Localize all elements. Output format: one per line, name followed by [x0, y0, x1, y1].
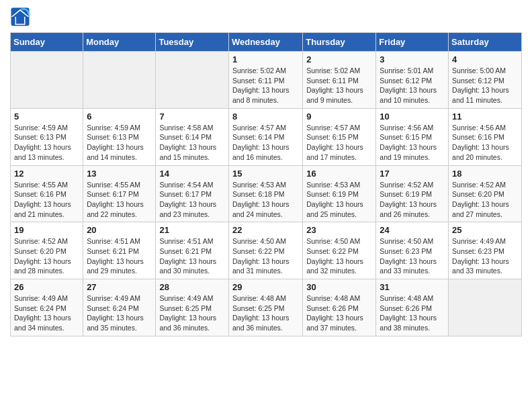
day-number: 18 — [452, 169, 518, 179]
day-number: 5 — [14, 111, 79, 122]
col-header-thursday: Thursday — [303, 33, 376, 52]
day-info: Sunrise: 4:50 AM Sunset: 6:23 PM Dayligh… — [380, 236, 445, 276]
day-cell — [83, 52, 156, 109]
day-cell: 4Sunrise: 5:00 AM Sunset: 6:12 PM Daylig… — [449, 52, 522, 109]
day-cell: 10Sunrise: 4:56 AM Sunset: 6:15 PM Dayli… — [376, 108, 449, 165]
page: SundayMondayTuesdayWednesdayThursdayFrid… — [0, 0, 532, 411]
day-info: Sunrise: 4:56 AM Sunset: 6:15 PM Dayligh… — [380, 123, 445, 163]
day-cell: 3Sunrise: 5:01 AM Sunset: 6:12 PM Daylig… — [376, 52, 449, 109]
week-row-3: 19Sunrise: 4:52 AM Sunset: 6:20 PM Dayli… — [11, 222, 522, 279]
day-info: Sunrise: 4:55 AM Sunset: 6:17 PM Dayligh… — [87, 180, 152, 220]
day-info: Sunrise: 4:50 AM Sunset: 6:22 PM Dayligh… — [306, 236, 372, 276]
day-cell: 12Sunrise: 4:55 AM Sunset: 6:16 PM Dayli… — [11, 165, 83, 222]
day-number: 7 — [159, 111, 225, 122]
day-info: Sunrise: 4:59 AM Sunset: 6:13 PM Dayligh… — [14, 123, 79, 163]
day-cell — [11, 52, 83, 109]
logo — [10, 7, 33, 27]
week-row-2: 12Sunrise: 4:55 AM Sunset: 6:16 PM Dayli… — [11, 165, 522, 222]
col-header-friday: Friday — [376, 33, 449, 52]
week-row-0: 1Sunrise: 5:02 AM Sunset: 6:11 PM Daylig… — [11, 52, 522, 109]
day-number: 15 — [232, 169, 299, 179]
col-header-sunday: Sunday — [11, 33, 83, 52]
day-number: 12 — [14, 169, 79, 179]
day-number: 2 — [306, 54, 372, 64]
day-info: Sunrise: 4:49 AM Sunset: 6:25 PM Dayligh… — [159, 293, 225, 333]
day-number: 9 — [306, 111, 372, 122]
day-cell: 26Sunrise: 4:49 AM Sunset: 6:24 PM Dayli… — [11, 279, 83, 336]
day-number: 14 — [159, 169, 225, 179]
day-number: 19 — [14, 225, 79, 235]
day-info: Sunrise: 5:00 AM Sunset: 6:12 PM Dayligh… — [452, 66, 518, 105]
week-row-1: 5Sunrise: 4:59 AM Sunset: 6:13 PM Daylig… — [11, 108, 522, 165]
day-number: 8 — [232, 111, 299, 122]
day-cell: 27Sunrise: 4:49 AM Sunset: 6:24 PM Dayli… — [83, 279, 156, 336]
day-info: Sunrise: 4:52 AM Sunset: 6:19 PM Dayligh… — [380, 180, 445, 220]
day-number: 20 — [87, 225, 152, 235]
day-number: 27 — [87, 282, 152, 292]
day-cell: 18Sunrise: 4:52 AM Sunset: 6:20 PM Dayli… — [449, 165, 522, 222]
day-number: 13 — [87, 169, 152, 179]
day-info: Sunrise: 4:55 AM Sunset: 6:16 PM Dayligh… — [14, 180, 79, 220]
day-info: Sunrise: 4:58 AM Sunset: 6:14 PM Dayligh… — [159, 123, 225, 163]
week-row-4: 26Sunrise: 4:49 AM Sunset: 6:24 PM Dayli… — [11, 279, 522, 336]
day-info: Sunrise: 5:02 AM Sunset: 6:11 PM Dayligh… — [306, 66, 372, 105]
calendar-header-row: SundayMondayTuesdayWednesdayThursdayFrid… — [11, 33, 522, 52]
day-number: 31 — [380, 282, 445, 292]
day-info: Sunrise: 4:49 AM Sunset: 6:23 PM Dayligh… — [452, 236, 518, 276]
day-cell: 17Sunrise: 4:52 AM Sunset: 6:19 PM Dayli… — [376, 165, 449, 222]
col-header-monday: Monday — [83, 33, 156, 52]
calendar: SundayMondayTuesdayWednesdayThursdayFrid… — [10, 32, 522, 336]
day-info: Sunrise: 4:51 AM Sunset: 6:21 PM Dayligh… — [87, 236, 152, 276]
day-cell: 20Sunrise: 4:51 AM Sunset: 6:21 PM Dayli… — [83, 222, 156, 279]
day-cell: 15Sunrise: 4:53 AM Sunset: 6:18 PM Dayli… — [228, 165, 302, 222]
day-info: Sunrise: 5:02 AM Sunset: 6:11 PM Dayligh… — [232, 66, 299, 105]
day-number: 30 — [306, 282, 372, 292]
day-info: Sunrise: 4:50 AM Sunset: 6:22 PM Dayligh… — [232, 236, 299, 276]
day-cell: 7Sunrise: 4:58 AM Sunset: 6:14 PM Daylig… — [156, 108, 229, 165]
day-info: Sunrise: 4:59 AM Sunset: 6:13 PM Dayligh… — [87, 123, 152, 163]
day-number: 22 — [232, 225, 299, 235]
day-cell: 9Sunrise: 4:57 AM Sunset: 6:15 PM Daylig… — [303, 108, 376, 165]
day-info: Sunrise: 4:48 AM Sunset: 6:25 PM Dayligh… — [232, 293, 299, 333]
day-cell: 29Sunrise: 4:48 AM Sunset: 6:25 PM Dayli… — [228, 279, 302, 336]
day-info: Sunrise: 4:52 AM Sunset: 6:20 PM Dayligh… — [14, 236, 79, 276]
day-cell: 24Sunrise: 4:50 AM Sunset: 6:23 PM Dayli… — [376, 222, 449, 279]
day-cell: 19Sunrise: 4:52 AM Sunset: 6:20 PM Dayli… — [11, 222, 83, 279]
col-header-saturday: Saturday — [449, 33, 522, 52]
day-info: Sunrise: 4:49 AM Sunset: 6:24 PM Dayligh… — [14, 293, 79, 333]
day-info: Sunrise: 4:53 AM Sunset: 6:18 PM Dayligh… — [232, 180, 299, 220]
day-cell: 2Sunrise: 5:02 AM Sunset: 6:11 PM Daylig… — [303, 52, 376, 109]
day-cell: 22Sunrise: 4:50 AM Sunset: 6:22 PM Dayli… — [228, 222, 302, 279]
day-cell: 6Sunrise: 4:59 AM Sunset: 6:13 PM Daylig… — [83, 108, 156, 165]
day-number: 25 — [452, 225, 518, 235]
header — [10, 7, 522, 27]
day-cell: 25Sunrise: 4:49 AM Sunset: 6:23 PM Dayli… — [449, 222, 522, 279]
day-cell: 13Sunrise: 4:55 AM Sunset: 6:17 PM Dayli… — [83, 165, 156, 222]
day-cell: 8Sunrise: 4:57 AM Sunset: 6:14 PM Daylig… — [228, 108, 302, 165]
day-number: 29 — [232, 282, 299, 292]
day-info: Sunrise: 4:48 AM Sunset: 6:26 PM Dayligh… — [380, 293, 445, 333]
col-header-wednesday: Wednesday — [228, 33, 302, 52]
day-number: 10 — [380, 111, 445, 122]
day-cell: 28Sunrise: 4:49 AM Sunset: 6:25 PM Dayli… — [156, 279, 229, 336]
day-info: Sunrise: 4:57 AM Sunset: 6:14 PM Dayligh… — [232, 123, 299, 163]
day-info: Sunrise: 4:53 AM Sunset: 6:19 PM Dayligh… — [306, 180, 372, 220]
day-info: Sunrise: 4:57 AM Sunset: 6:15 PM Dayligh… — [306, 123, 372, 163]
day-number: 26 — [14, 282, 79, 292]
day-cell: 11Sunrise: 4:56 AM Sunset: 6:16 PM Dayli… — [449, 108, 522, 165]
day-cell: 30Sunrise: 4:48 AM Sunset: 6:26 PM Dayli… — [303, 279, 376, 336]
day-cell: 23Sunrise: 4:50 AM Sunset: 6:22 PM Dayli… — [303, 222, 376, 279]
day-number: 17 — [380, 169, 445, 179]
day-cell: 21Sunrise: 4:51 AM Sunset: 6:21 PM Dayli… — [156, 222, 229, 279]
day-info: Sunrise: 4:52 AM Sunset: 6:20 PM Dayligh… — [452, 180, 518, 220]
day-number: 28 — [159, 282, 225, 292]
day-cell: 1Sunrise: 5:02 AM Sunset: 6:11 PM Daylig… — [228, 52, 302, 109]
day-info: Sunrise: 4:54 AM Sunset: 6:17 PM Dayligh… — [159, 180, 225, 220]
logo-icon — [10, 7, 30, 27]
day-cell — [156, 52, 229, 109]
day-number: 24 — [380, 225, 445, 235]
day-number: 4 — [452, 54, 518, 64]
day-number: 23 — [306, 225, 372, 235]
day-cell: 14Sunrise: 4:54 AM Sunset: 6:17 PM Dayli… — [156, 165, 229, 222]
day-number: 3 — [380, 54, 445, 64]
